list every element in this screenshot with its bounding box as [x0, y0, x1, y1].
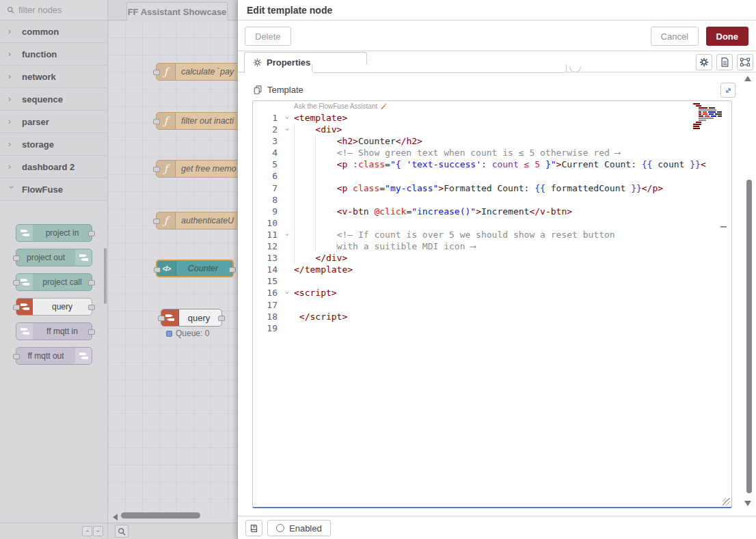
tab-ff-assistant-showcase[interactable]: FF Assistant Showcase	[126, 2, 228, 20]
template-field-row: Template	[254, 85, 303, 95]
node-port-left[interactable]	[153, 119, 160, 124]
node-port-right[interactable]	[88, 231, 95, 236]
code-line[interactable]: 9 <v-btn @click="increase()">Increment</…	[253, 206, 731, 217]
code-line[interactable]: 3 <h2>Counter</h2>	[253, 135, 731, 147]
code-line[interactable]: 16›<script>	[253, 287, 731, 299]
code-line[interactable]: 19	[253, 322, 731, 334]
editor-minimap[interactable]	[692, 103, 722, 130]
palette-node-label: project call	[33, 274, 92, 290]
indent-guide	[294, 147, 295, 158]
code-line[interactable]: 12 with a suitible MDI icon ⟶	[253, 240, 731, 252]
palette-node-project-call[interactable]: project call	[16, 273, 92, 291]
code-line[interactable]: 11› <!— If count is over 5 we should sho…	[253, 229, 731, 240]
code-line[interactable]: 1›<template>	[253, 112, 731, 124]
palette-category-parser[interactable]: ›parser	[0, 111, 107, 133]
node-port-right[interactable]	[218, 316, 225, 321]
token-delim: {{	[535, 183, 545, 193]
code-line[interactable]: 7 <p class="my-class">Formatted Count: {…	[253, 182, 731, 194]
fold-chevron-icon[interactable]: ›	[281, 124, 293, 135]
code-line[interactable]: 10	[253, 217, 731, 229]
code-line[interactable]: 15	[253, 275, 731, 287]
palette-node-project-out[interactable]: project out	[16, 249, 92, 266]
code-text: <p :class="{ 'text-success': count ≤ 5 }…	[293, 158, 731, 170]
palette-collapse-up-button[interactable]: ›	[82, 526, 92, 536]
fold-chevron-icon[interactable]: ›	[281, 288, 293, 299]
fold-gutter	[282, 322, 293, 334]
editor-resize-grip[interactable]	[723, 498, 730, 506]
code-line[interactable]: 4 <!— Show green text when count is ≤ 5 …	[253, 147, 731, 158]
code-line[interactable]: 17	[253, 299, 731, 311]
fold-chevron-icon[interactable]: ›	[281, 113, 293, 124]
code-line[interactable]: 8	[253, 194, 731, 206]
code-text: <div>	[293, 124, 731, 135]
code-line[interactable]: 14</template>	[253, 264, 731, 275]
panel-scroll-up-icon[interactable]	[744, 76, 751, 81]
node-port-left[interactable]	[13, 354, 20, 359]
node-port-left[interactable]	[13, 305, 20, 310]
minimap-row	[692, 120, 722, 121]
code-line[interactable]: 13 </div>	[253, 252, 731, 264]
token-tag: <v-btn	[337, 206, 369, 217]
node-help-button[interactable]	[245, 520, 262, 536]
flow-node-filter-out-inacti[interactable]: ƒfilter out inacti	[156, 112, 237, 130]
code-lines[interactable]: 1›<template>2› <div>3 <h2>Counter</h2>4 …	[253, 112, 731, 334]
palette-category-flowfuse[interactable]: ›FlowFuse	[0, 178, 107, 201]
flow-node-label: calculate `pay	[181, 67, 234, 77]
template-code-editor[interactable]: Ask the FlowFuse Assistant 1›<template>2…	[252, 100, 732, 508]
node-port-left[interactable]	[153, 219, 160, 224]
minimap-bar	[703, 113, 707, 115]
node-port-left[interactable]	[153, 167, 160, 172]
palette-category-dashboard-2[interactable]: ›dashboard 2	[0, 156, 107, 178]
delete-button[interactable]: Delete	[245, 27, 291, 46]
done-button[interactable]: Done	[706, 27, 749, 46]
palette-node-label: query	[33, 299, 92, 315]
cancel-button[interactable]: Cancel	[651, 27, 699, 46]
description-tab-button[interactable]	[716, 54, 733, 70]
fold-chevron-icon[interactable]: ›	[281, 229, 293, 240]
code-line[interactable]: 6	[253, 170, 731, 182]
appearance-tab-button[interactable]	[737, 54, 753, 70]
editor-expand-button[interactable]	[720, 83, 735, 98]
node-port-right[interactable]	[88, 305, 95, 310]
code-line[interactable]: 2› <div>	[253, 124, 731, 135]
node-port-right[interactable]	[229, 267, 236, 273]
node-port-left[interactable]	[158, 316, 165, 321]
palette-category-network[interactable]: ›network	[0, 66, 107, 88]
node-port-left[interactable]	[154, 267, 161, 273]
node-port-right[interactable]	[88, 280, 95, 286]
node-port-left[interactable]	[153, 70, 160, 75]
node-port-right[interactable]	[88, 329, 95, 335]
flow-node-get-free-memo[interactable]: ƒget free memo	[156, 160, 237, 178]
flow-node-authenticateu[interactable]: ƒauthenticateU	[156, 212, 237, 230]
node-enabled-toggle[interactable]: Enabled	[267, 520, 331, 536]
hscroll-thumb[interactable]	[121, 512, 200, 519]
node-port-left[interactable]	[13, 255, 20, 261]
panel-scroll-down-icon[interactable]	[744, 501, 751, 506]
palette-collapse-down-button[interactable]: ›	[93, 526, 103, 536]
token-tag: <h2>	[337, 136, 358, 146]
workspace-zoom-search-button[interactable]	[115, 525, 129, 538]
palette-node-ff-mqtt-in[interactable]: ff mqtt in	[16, 322, 92, 340]
palette-filter[interactable]: filter nodes	[0, 0, 107, 20]
palette-category-common[interactable]: ›common	[0, 20, 107, 43]
fold-gutter	[282, 240, 293, 252]
flow-node-calculate-pay[interactable]: ƒcalculate `pay	[156, 63, 237, 81]
hscroll-left-arrow-icon[interactable]	[113, 514, 118, 521]
panel-scrollbar-thumb[interactable]	[746, 180, 752, 493]
palette-node-ff-mqtt-out[interactable]: ff mqtt out	[16, 347, 92, 365]
flow-node-query[interactable]: query	[161, 309, 222, 327]
properties-tab-button[interactable]	[696, 54, 712, 70]
palette-category-sequence[interactable]: ›sequence	[0, 88, 107, 111]
palette-node-query[interactable]: query	[16, 298, 92, 316]
code-line[interactable]: 5 <p :class="{ 'text-success': count ≤ 5…	[253, 158, 731, 170]
palette-category-function[interactable]: ›function	[0, 43, 107, 66]
palette-category-storage[interactable]: ›storage	[0, 133, 107, 156]
line-number: 12	[253, 240, 282, 252]
code-text: <v-btn @click="increase()">Increment</v-…	[293, 206, 731, 217]
flow-node-counter[interactable]: </>Counter	[156, 260, 234, 277]
palette-node-project-in[interactable]: project in	[16, 224, 92, 242]
palette-scrollbar-thumb[interactable]	[104, 248, 107, 304]
assistant-placeholder[interactable]: Ask the FlowFuse Assistant	[294, 102, 388, 110]
code-line[interactable]: 18 </script>	[253, 311, 731, 322]
node-port-left[interactable]	[13, 280, 20, 286]
